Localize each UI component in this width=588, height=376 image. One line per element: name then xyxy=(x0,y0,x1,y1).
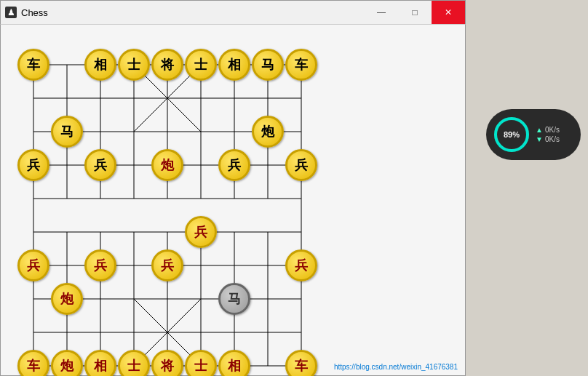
watermark: https://blog.csdn.net/weixin_41676381 xyxy=(334,363,458,371)
chess-piece[interactable]: 兵 xyxy=(151,249,183,281)
chess-piece[interactable]: 兵 xyxy=(285,249,317,281)
window-title: Chess xyxy=(21,7,365,18)
upload-value: 0K/s xyxy=(545,126,560,134)
chess-piece[interactable]: 相 xyxy=(218,49,250,81)
chess-piece[interactable]: 炮 xyxy=(151,149,183,181)
chess-piece[interactable]: 炮 xyxy=(252,116,284,148)
app-icon xyxy=(5,7,17,18)
window-content: 车相士将士相马车马炮兵兵炮兵兵兵兵兵兵兵炮马车炮相士将士相车 https://b… xyxy=(0,25,466,376)
chess-piece[interactable]: 车 xyxy=(17,49,49,81)
download-row: ▼ 0K/s xyxy=(536,135,560,143)
chess-piece[interactable]: 马 xyxy=(51,116,83,148)
chess-piece[interactable]: 兵 xyxy=(17,249,49,281)
chess-piece[interactable]: 将 xyxy=(151,49,183,81)
maximize-button[interactable]: □ xyxy=(398,1,432,24)
chess-piece[interactable]: 相 xyxy=(84,49,116,81)
chess-piece[interactable]: 士 xyxy=(185,350,217,376)
chess-piece[interactable]: 兵 xyxy=(17,149,49,181)
upload-arrow: ▲ xyxy=(536,126,543,134)
network-widget: 89% ▲ 0K/s ▼ 0K/s xyxy=(486,109,581,160)
chess-piece[interactable]: 车 xyxy=(17,350,49,376)
close-button[interactable]: ✕ xyxy=(432,1,465,24)
chess-piece[interactable]: 兵 xyxy=(218,149,250,181)
chess-piece[interactable]: 马 xyxy=(218,283,250,315)
download-arrow: ▼ xyxy=(536,135,543,143)
chess-piece[interactable]: 士 xyxy=(185,49,217,81)
chess-piece[interactable]: 兵 xyxy=(84,149,116,181)
board-lines xyxy=(8,39,314,374)
gauge-percent: 89% xyxy=(504,130,520,139)
chess-piece[interactable]: 车 xyxy=(285,350,317,376)
chess-piece[interactable]: 将 xyxy=(151,350,183,376)
minimize-button[interactable]: — xyxy=(365,1,398,24)
chess-piece[interactable]: 士 xyxy=(118,350,150,376)
chess-piece[interactable]: 兵 xyxy=(84,249,116,281)
chess-piece[interactable]: 炮 xyxy=(51,283,83,315)
chess-piece[interactable]: 相 xyxy=(84,350,116,376)
gauge-circle: 89% xyxy=(492,115,531,154)
network-stats: ▲ 0K/s ▼ 0K/s xyxy=(536,126,560,143)
download-value: 0K/s xyxy=(545,135,560,143)
chess-piece[interactable]: 兵 xyxy=(185,216,217,248)
window-controls: — □ ✕ xyxy=(365,1,465,24)
chess-board-container: 车相士将士相马车马炮兵兵炮兵兵兵兵兵兵兵炮马车炮相士将士相车 xyxy=(8,39,314,374)
chess-piece[interactable]: 车 xyxy=(285,49,317,81)
chess-piece[interactable]: 马 xyxy=(252,49,284,81)
upload-row: ▲ 0K/s xyxy=(536,126,560,134)
chess-board: 车相士将士相马车马炮兵兵炮兵兵兵兵兵兵兵炮马车炮相士将士相车 xyxy=(8,39,314,374)
chess-piece[interactable]: 兵 xyxy=(285,149,317,181)
chess-piece[interactable]: 士 xyxy=(118,49,150,81)
chess-piece[interactable]: 相 xyxy=(218,350,250,376)
title-bar: Chess — □ ✕ xyxy=(0,0,466,25)
chess-piece[interactable]: 炮 xyxy=(51,350,83,376)
